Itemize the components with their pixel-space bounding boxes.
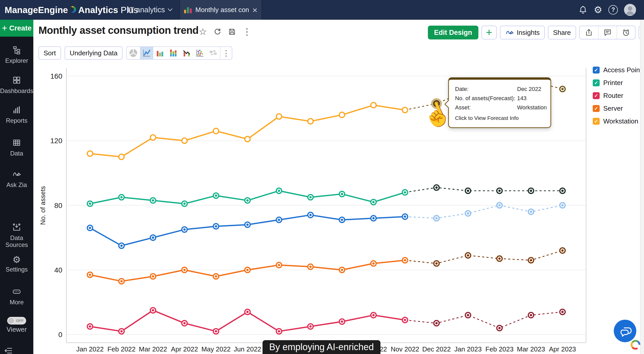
sidebar-item-label: Reports (0, 117, 33, 124)
ai-caption-overlay: By employing AI-enriched (263, 340, 380, 354)
chart-type-switcher: ⋮ (126, 46, 232, 60)
topbar-actions: ⚙ ? (578, 0, 636, 20)
combo-chart-type[interactable] (180, 47, 193, 59)
x-tick-label: May 2022 (201, 345, 230, 353)
sidebar-item-label: Explorer (0, 57, 33, 64)
legend-item-server[interactable]: ✓Server (593, 105, 642, 112)
insights-button[interactable]: Insights (500, 26, 545, 39)
x-tick-label: Mar 2023 (517, 345, 545, 353)
viewer-toggle-item: OFF Viewer (0, 317, 33, 333)
world-map-icon (208, 48, 218, 58)
schedule-button[interactable] (617, 26, 635, 39)
line-chart-icon (142, 48, 152, 58)
x-tick-label: Nov 2022 (391, 345, 419, 353)
legend-item-workstation[interactable]: ✓Workstation (593, 117, 642, 125)
bell-icon[interactable] (578, 5, 588, 15)
legend-checkbox[interactable]: ✓ (593, 118, 600, 125)
comment-button[interactable] (598, 26, 617, 39)
chat-widget-button[interactable] (614, 320, 636, 342)
legend-label: Router (603, 92, 623, 100)
sidebar-item-more[interactable]: More (0, 287, 33, 306)
help-icon[interactable]: ? (608, 5, 618, 15)
sidebar-item-settings[interactable]: ⚙ Settings (0, 255, 33, 273)
more-icon (12, 287, 21, 296)
bar-chart-type[interactable] (153, 47, 167, 59)
workspace-name: IT analytics (127, 6, 165, 14)
legend-label: Server (603, 105, 623, 112)
legend-checkbox[interactable]: ✓ (593, 105, 600, 112)
sort-button[interactable]: Sort (38, 46, 61, 60)
x-tick-label: Jan 2023 (454, 345, 482, 353)
comment-icon (603, 28, 612, 37)
refresh-icon[interactable] (213, 27, 222, 36)
sidebar-item-label: Data Sources (3, 234, 31, 248)
export-icon (585, 28, 593, 37)
legend-checkbox[interactable]: ✓ (593, 67, 600, 74)
scatter-chart-type[interactable] (193, 47, 207, 59)
y-tick-label: 0 (58, 331, 62, 339)
sidebar-item-reports[interactable]: Reports (0, 105, 33, 124)
viewer-toggle[interactable]: OFF (7, 317, 26, 325)
kebab-menu-icon[interactable]: ⋮ (242, 27, 251, 37)
stacked-bar-type[interactable] (167, 47, 180, 59)
close-icon[interactable]: × (249, 6, 257, 14)
favorite-star-icon[interactable]: ☆ (199, 27, 207, 37)
legend-item-router[interactable]: ✓Router (593, 92, 642, 100)
sidebar-item-dashboards[interactable]: Dashboards (0, 76, 33, 94)
toggle-state: OFF (16, 318, 24, 323)
legend-checkbox[interactable]: ✓ (593, 92, 600, 99)
save-icon[interactable] (228, 28, 236, 36)
x-tick-label: Feb 2023 (485, 345, 514, 353)
gear-icon: ⚙ (13, 254, 21, 265)
tab-monthly-asset-consumption[interactable]: Monthly asset consu... × (179, 0, 262, 20)
legend-label: Workstation (603, 117, 638, 125)
legend-label: Printer (603, 79, 623, 87)
underlying-data-button[interactable]: Underlying Data (65, 46, 123, 60)
tooltip-label: Date: (455, 86, 517, 92)
tooltip-row: No. of assets(Forecast):143 (455, 95, 544, 102)
sidebar: + Create Explorer Dashboards Reports Dat… (0, 20, 33, 354)
combo-chart-icon (182, 48, 192, 58)
legend-label: Access Point (603, 66, 642, 74)
avatar[interactable] (624, 4, 636, 16)
legend-checkbox[interactable]: ✓ (593, 79, 600, 86)
map-chart-type[interactable] (207, 47, 220, 59)
gear-icon[interactable]: ⚙ (594, 5, 602, 15)
sidebar-item-data[interactable]: Data (0, 138, 33, 157)
collapse-sidebar-icon[interactable] (4, 346, 13, 354)
forecast-tooltip[interactable]: Date:Dec 2022 No. of assets(Forecast):14… (448, 77, 551, 128)
x-tick-label: Mar 2022 (139, 345, 167, 353)
pie-chart-type[interactable] (127, 47, 140, 59)
tab-title: Monthly asset consu... (195, 6, 249, 14)
x-tick-label: Dec 2022 (422, 345, 451, 353)
sidebar-item-label: Data (0, 150, 33, 157)
create-button[interactable]: + Create (0, 20, 33, 37)
chart-legend: ✓Access Point✓Printer✓Router✓Server✓Work… (593, 66, 642, 130)
manageengine-swirl-icon (69, 6, 77, 14)
workspace-switcher[interactable]: IT analytics (127, 0, 172, 20)
line-chart-type-active[interactable] (140, 47, 153, 59)
sidebar-item-explorer[interactable]: Explorer (0, 45, 33, 64)
data-table-icon (12, 138, 21, 147)
y-tick-label: 120 (50, 137, 62, 145)
chevron-down-icon (168, 6, 172, 11)
sidebar-item-data-sources[interactable]: Data Sources (0, 223, 33, 248)
sidebar-item-ask-zia[interactable]: Ask Zia (0, 170, 33, 188)
edit-design-button[interactable]: Edit Design (428, 26, 478, 39)
y-axis-title: No. of assets (39, 186, 47, 225)
x-tick-label: Jan 2022 (76, 345, 104, 353)
export-button[interactable] (580, 26, 598, 39)
legend-item-access-point[interactable]: ✓Access Point (593, 66, 642, 74)
dashboards-icon (12, 76, 21, 85)
share-button[interactable]: Share (548, 26, 576, 39)
create-label: Create (9, 24, 32, 32)
bar-chart-icon (184, 7, 192, 13)
brand-manageengine: ManageEngine (5, 5, 68, 15)
legend-item-printer[interactable]: ✓Printer (593, 79, 642, 87)
series-access-point (87, 203, 565, 248)
tooltip-footer: Click to View Forecast Info (455, 115, 544, 121)
add-report-button[interactable]: + (481, 26, 497, 39)
vertical-scrollbar[interactable] (640, 20, 644, 354)
sidebar-item-label: Dashboards (0, 87, 33, 94)
more-chart-types-icon[interactable]: ⋮ (220, 49, 232, 58)
